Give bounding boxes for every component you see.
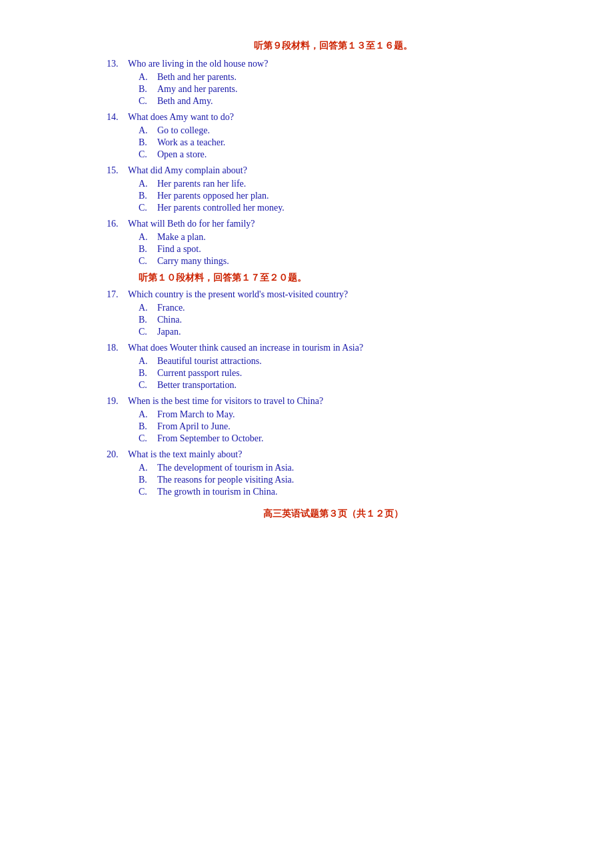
q13-a-letter: A.	[139, 72, 157, 83]
q20-a-text: The development of tourism in Asia.	[157, 463, 294, 473]
q15-number: 15.	[107, 165, 128, 176]
q20-number: 20.	[107, 449, 128, 460]
question-15: 15. What did Amy complain about? A.Her p…	[107, 165, 560, 213]
q13-c-text: Beth and Amy.	[157, 96, 213, 107]
q18-options: A.Beautiful tourist attractions. B.Curre…	[139, 356, 560, 391]
question-18: 18. What does Wouter think caused an inc…	[107, 343, 560, 391]
exam-page: 听第９段材料，回答第１３至１６题。 13. Who are living in …	[107, 40, 560, 520]
q17-c-text: Japan.	[157, 327, 181, 337]
q20-c-text: The growth in tourism in China.	[157, 487, 277, 497]
q16-c-letter: C.	[139, 256, 157, 267]
q18-c-letter: C.	[139, 380, 157, 391]
q17-b-text: China.	[157, 315, 182, 325]
q14-b-letter: B.	[139, 137, 157, 148]
question-17: 17. Which country is the present world's…	[107, 289, 560, 337]
q19-a-letter: A.	[139, 409, 157, 420]
q14-a-letter: A.	[139, 125, 157, 136]
q20-b-text: The reasons for people visiting Asia.	[157, 475, 294, 485]
q16-text: What will Beth do for her family?	[128, 219, 255, 229]
q18-a-text: Beautiful tourist attractions.	[157, 356, 262, 367]
q20-a-letter: A.	[139, 463, 157, 473]
q14-number: 14.	[107, 112, 128, 123]
section-9-header: 听第９段材料，回答第１３至１６题。	[107, 40, 560, 52]
q20-text: What is the text mainly about?	[128, 449, 242, 460]
q20-b-letter: B.	[139, 475, 157, 485]
q19-c-letter: C.	[139, 433, 157, 444]
q15-b-text: Her parents opposed her plan.	[157, 191, 269, 201]
q16-a-text: Make a plan.	[157, 232, 206, 243]
question-16: 16. What will Beth do for her family? A.…	[107, 219, 560, 267]
q16-b-text: Find a spot.	[157, 244, 201, 255]
q18-c-text: Better transportation.	[157, 380, 237, 391]
q15-a-letter: A.	[139, 179, 157, 189]
q14-options: A.Go to college. B.Work as a teacher. C.…	[139, 125, 560, 160]
q13-a-text: Beth and her parents.	[157, 72, 237, 83]
q19-a-text: From March to May.	[157, 409, 235, 420]
q15-c-letter: C.	[139, 203, 157, 213]
q17-b-letter: B.	[139, 315, 157, 325]
question-20: 20. What is the text mainly about? A.The…	[107, 449, 560, 497]
q14-c-text: Open a store.	[157, 149, 207, 160]
q17-text: Which country is the present world's mos…	[128, 289, 348, 300]
q18-b-letter: B.	[139, 368, 157, 379]
q15-b-letter: B.	[139, 191, 157, 201]
question-19: 19. When is the best time for visitors t…	[107, 396, 560, 444]
q17-number: 17.	[107, 289, 128, 300]
q16-c-text: Carry many things.	[157, 256, 229, 267]
q17-a-text: France.	[157, 303, 185, 313]
section-10-header: 听第１０段材料，回答第１７至２０题。	[139, 272, 560, 284]
q17-a-letter: A.	[139, 303, 157, 313]
q19-c-text: From September to October.	[157, 433, 263, 444]
q18-number: 18.	[107, 343, 128, 353]
q19-b-letter: B.	[139, 421, 157, 432]
q16-number: 16.	[107, 219, 128, 229]
q13-b-text: Amy and her parents.	[157, 84, 238, 95]
q20-c-letter: C.	[139, 487, 157, 497]
q13-options: A.Beth and her parents. B.Amy and her pa…	[139, 72, 560, 107]
q15-a-text: Her parents ran her life.	[157, 179, 246, 189]
q15-text: What did Amy complain about?	[128, 165, 247, 176]
q14-a-text: Go to college.	[157, 125, 210, 136]
q19-number: 19.	[107, 396, 128, 407]
q19-text: When is the best time for visitors to tr…	[128, 396, 323, 407]
q16-a-letter: A.	[139, 232, 157, 243]
q16-b-letter: B.	[139, 244, 157, 255]
q18-text: What does Wouter think caused an increas…	[128, 343, 363, 353]
question-13: 13. Who are living in the old house now?…	[107, 59, 560, 107]
q17-options: A.France. B.China. C.Japan.	[139, 303, 560, 337]
q17-c-letter: C.	[139, 327, 157, 337]
page-footer: 高三英语试题第３页（共１２页）	[107, 508, 560, 520]
q20-options: A.The development of tourism in Asia. B.…	[139, 463, 560, 497]
q13-b-letter: B.	[139, 84, 157, 95]
q13-text: Who are living in the old house now?	[128, 59, 268, 69]
question-14: 14. What does Amy want to do? A.Go to co…	[107, 112, 560, 160]
q15-c-text: Her parents controlled her money.	[157, 203, 285, 213]
q14-c-letter: C.	[139, 149, 157, 160]
q19-b-text: From April to June.	[157, 421, 231, 432]
q16-options: A.Make a plan. B.Find a spot. C.Carry ma…	[139, 232, 560, 267]
q13-c-letter: C.	[139, 96, 157, 107]
q19-options: A.From March to May. B.From April to Jun…	[139, 409, 560, 444]
q14-text: What does Amy want to do?	[128, 112, 234, 123]
q13-number: 13.	[107, 59, 128, 69]
q14-b-text: Work as a teacher.	[157, 137, 225, 148]
q18-b-text: Current passport rules.	[157, 368, 242, 379]
q15-options: A.Her parents ran her life. B.Her parent…	[139, 179, 560, 213]
q18-a-letter: A.	[139, 356, 157, 367]
